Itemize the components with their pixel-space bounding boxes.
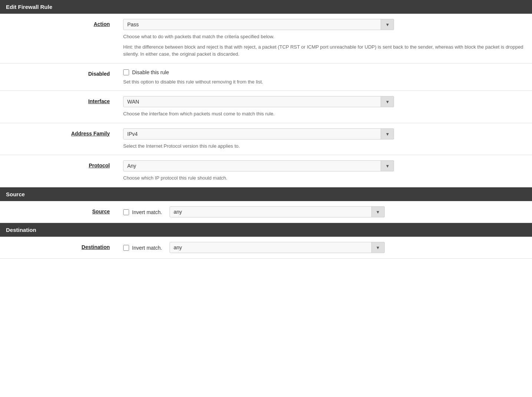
source-invert-checkbox[interactable] <box>123 209 129 215</box>
source-select[interactable]: any single host or alias network WAN sub… <box>170 206 385 217</box>
address-family-label: Address Family <box>0 128 119 137</box>
action-select[interactable]: Pass Block Reject <box>123 19 394 30</box>
destination-select-wrapper: any single host or alias network WAN sub… <box>170 242 385 253</box>
source-section-title: Source <box>6 191 25 197</box>
edit-firewall-rule-title: Edit Firewall Rule <box>6 4 52 10</box>
disabled-checkbox-row: Disable this rule <box>123 69 528 75</box>
disabled-label: Disabled <box>0 69 119 77</box>
interface-row: Interface WAN LAN OPT1 Choose the interf… <box>0 91 532 123</box>
destination-content: Invert match. any single host or alias n… <box>119 242 532 253</box>
protocol-select-wrapper: Any TCP UDP TCP/UDP ICMP <box>123 160 394 171</box>
source-row-content: Invert match. any single host or alias n… <box>123 206 528 217</box>
action-row: Action Pass Block Reject Choose what to … <box>0 14 532 63</box>
destination-row-content: Invert match. any single host or alias n… <box>123 242 528 253</box>
address-family-select-wrapper: IPv4 IPv6 IPv4+IPv6 <box>123 128 394 140</box>
source-row: Source Invert match. any single host or … <box>0 201 532 223</box>
action-label: Action <box>0 19 119 27</box>
action-help-text-1: Choose what to do with packets that matc… <box>123 33 528 40</box>
edit-firewall-rule-header: Edit Firewall Rule <box>0 0 532 14</box>
destination-invert-label: Invert match. <box>132 245 162 251</box>
interface-select-wrapper: WAN LAN OPT1 <box>123 96 394 107</box>
action-help-text-2: Hint: the difference between block and r… <box>123 43 528 58</box>
destination-invert-checkbox[interactable] <box>123 245 129 251</box>
disabled-checkbox[interactable] <box>123 69 129 75</box>
source-content: Invert match. any single host or alias n… <box>119 206 532 217</box>
action-content: Pass Block Reject Choose what to do with… <box>119 19 532 58</box>
disabled-content: Disable this rule Set this option to dis… <box>119 69 532 86</box>
disabled-help-text: Set this option to disable this rule wit… <box>123 78 528 86</box>
source-label: Source <box>0 206 119 214</box>
destination-select[interactable]: any single host or alias network WAN sub… <box>170 242 385 253</box>
protocol-row: Protocol Any TCP UDP TCP/UDP ICMP Choose… <box>0 155 532 187</box>
destination-invert-checkbox-row: Invert match. <box>123 245 162 251</box>
interface-content: WAN LAN OPT1 Choose the interface from w… <box>119 96 532 118</box>
protocol-content: Any TCP UDP TCP/UDP ICMP Choose which IP… <box>119 160 532 182</box>
source-select-wrapper: any single host or alias network WAN sub… <box>170 206 385 217</box>
address-family-row: Address Family IPv4 IPv6 IPv4+IPv6 Selec… <box>0 123 532 155</box>
address-family-select[interactable]: IPv4 IPv6 IPv4+IPv6 <box>123 128 394 140</box>
interface-label: Interface <box>0 96 119 104</box>
disabled-row: Disabled Disable this rule Set this opti… <box>0 63 532 91</box>
disabled-checkbox-label: Disable this rule <box>132 69 169 75</box>
interface-help-text: Choose the interface from which packets … <box>123 110 528 118</box>
source-invert-checkbox-row: Invert match. <box>123 209 162 215</box>
action-select-wrapper: Pass Block Reject <box>123 19 394 30</box>
destination-row: Destination Invert match. any single hos… <box>0 237 532 259</box>
address-family-help-text: Select the Internet Protocol version thi… <box>123 142 528 150</box>
source-invert-label: Invert match. <box>132 209 162 215</box>
destination-label: Destination <box>0 242 119 250</box>
protocol-label: Protocol <box>0 160 119 168</box>
source-section-header: Source <box>0 187 532 201</box>
destination-section-header: Destination <box>0 223 532 237</box>
address-family-content: IPv4 IPv6 IPv4+IPv6 Select the Internet … <box>119 128 532 150</box>
interface-select[interactable]: WAN LAN OPT1 <box>123 96 394 107</box>
destination-section-title: Destination <box>6 227 36 233</box>
page-wrapper: Edit Firewall Rule Action Pass Block Rej… <box>0 0 532 397</box>
protocol-help-text: Choose which IP protocol this rule shoul… <box>123 174 528 182</box>
protocol-select[interactable]: Any TCP UDP TCP/UDP ICMP <box>123 160 394 171</box>
